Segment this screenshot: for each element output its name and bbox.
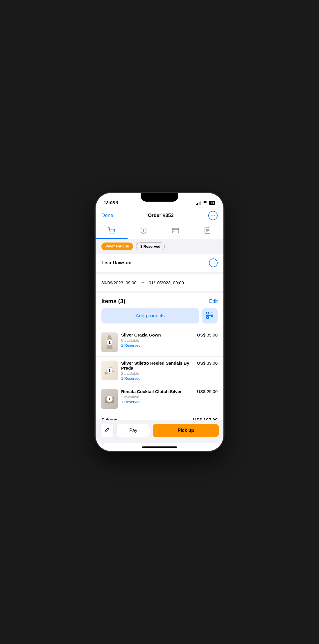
tab-payment[interactable] — [160, 224, 191, 239]
status-time: 13:05 — [104, 200, 119, 205]
pay-button[interactable]: Pay — [117, 424, 150, 437]
nav-bar: Done Order #353 ··· — [96, 207, 223, 224]
customer-row: Lisa Dawson ··· — [96, 254, 223, 272]
done-button[interactable]: Done — [101, 213, 113, 218]
product-thumb-gown: 1 — [101, 332, 118, 352]
nav-more-icon: ··· — [211, 213, 215, 218]
product-reserved: 1 Reserved — [121, 400, 193, 404]
customer-more-button[interactable]: ··· — [209, 258, 218, 267]
items-title: Items (3) — [101, 298, 125, 305]
content-area: Lisa Dawson ··· 30/09/2023, 09:00 → 01/1… — [96, 254, 223, 420]
action-edit-button[interactable] — [100, 424, 114, 437]
phone-screen: 13:05 54 — [96, 193, 223, 451]
product-thumb-clutch: 1 — [101, 389, 118, 409]
battery-badge: 54 — [209, 201, 215, 205]
add-products-row: Add products — [96, 308, 223, 328]
date-arrow-icon: → — [140, 280, 145, 286]
svg-rect-8 — [211, 312, 213, 314]
subtotal-value: US$ 107,00 — [193, 418, 218, 420]
wifi-icon — [203, 201, 207, 205]
svg-rect-7 — [207, 312, 209, 314]
items-section: Items (3) Edit Add products — [96, 293, 223, 420]
pickup-button[interactable]: Pick up — [153, 424, 219, 437]
product-name: Renata Cocktail Clutch Silver — [121, 389, 193, 394]
product-reserved: 1 Reserved — [121, 343, 193, 348]
location-icon — [116, 201, 119, 205]
product-name: Silver Grazia Gown — [121, 332, 193, 337]
subtotal-label: Subtotal — [101, 418, 119, 420]
status-icons: 54 — [196, 201, 215, 205]
product-item: 1 Silver Grazia Gown 0 available 1 Reser… — [96, 328, 223, 356]
tab-notes[interactable] — [191, 224, 223, 239]
product-qty-badge: 1 — [106, 339, 113, 345]
product-name: Silver Stiletto Heeled Sandals By Prada — [121, 361, 193, 370]
scan-icon — [206, 312, 214, 320]
scan-button[interactable] — [202, 308, 218, 323]
product-price: US$ 39,00 — [197, 332, 218, 337]
signal-bars — [196, 201, 201, 205]
status-badges-row: Payment due 3 Reserved — [96, 239, 223, 254]
product-info: Renata Cocktail Clutch Silver 2 availabl… — [121, 389, 193, 404]
product-reserved: 1 Reserved — [121, 376, 193, 381]
notch — [141, 193, 178, 202]
edit-button[interactable]: Edit — [209, 299, 218, 304]
payment-icon — [172, 228, 179, 235]
svg-rect-9 — [207, 316, 209, 319]
date-row: 30/09/2023, 09:00 → 01/10/2023, 09:00 — [96, 274, 223, 291]
reserved-badge: 3 Reserved — [136, 243, 165, 250]
status-bar: 13:05 54 — [96, 193, 223, 207]
subtotal-section: Subtotal US$ 107,00 — [96, 413, 223, 420]
add-products-button[interactable]: Add products — [101, 308, 199, 323]
product-price: US$ 29,00 — [197, 389, 218, 394]
tab-info[interactable] — [128, 224, 160, 239]
svg-rect-5 — [173, 231, 175, 231]
info-icon — [140, 227, 147, 235]
nav-more-button[interactable]: ··· — [208, 211, 218, 220]
items-header: Items (3) Edit — [96, 293, 223, 308]
home-indicator — [96, 443, 223, 451]
edit-icon — [104, 428, 110, 433]
cart-icon — [108, 227, 115, 235]
product-availability: 2 available — [121, 395, 193, 399]
nav-title: Order #353 — [148, 213, 174, 218]
product-item: 1 Silver Stiletto Heeled Sandals By Prad… — [96, 356, 223, 385]
product-info: Silver Grazia Gown 0 available 1 Reserve… — [121, 332, 193, 348]
phone-frame: 13:05 54 — [96, 193, 223, 451]
product-item: 1 Renata Cocktail Clutch Silver 2 availa… — [96, 385, 223, 413]
tab-bar — [96, 224, 223, 239]
svg-point-0 — [110, 233, 111, 234]
svg-point-10 — [108, 335, 111, 337]
svg-point-1 — [113, 233, 114, 234]
product-availability: 2 available — [121, 371, 193, 376]
payment-due-badge: Payment due — [101, 243, 133, 250]
notes-icon — [205, 227, 210, 235]
customer-more-icon: ··· — [211, 261, 216, 265]
action-bar: Pay Pick up — [96, 420, 223, 443]
svg-rect-4 — [172, 228, 179, 233]
start-date: 30/09/2023, 09:00 — [101, 280, 137, 285]
product-price: US$ 39,00 — [197, 361, 218, 366]
home-bar — [142, 446, 177, 448]
product-info: Silver Stiletto Heeled Sandals By Prada … — [121, 361, 193, 381]
customer-name: Lisa Dawson — [101, 260, 132, 266]
customer-section: Lisa Dawson ··· — [96, 254, 223, 272]
svg-point-3 — [143, 229, 144, 230]
product-availability: 0 available — [121, 338, 193, 343]
product-qty-badge: 1 — [106, 396, 113, 402]
product-qty-badge: 1 — [106, 367, 113, 374]
product-thumb-sandals: 1 — [101, 361, 118, 380]
tab-cart[interactable] — [96, 224, 128, 239]
end-date: 01/10/2023, 09:00 — [149, 280, 184, 285]
